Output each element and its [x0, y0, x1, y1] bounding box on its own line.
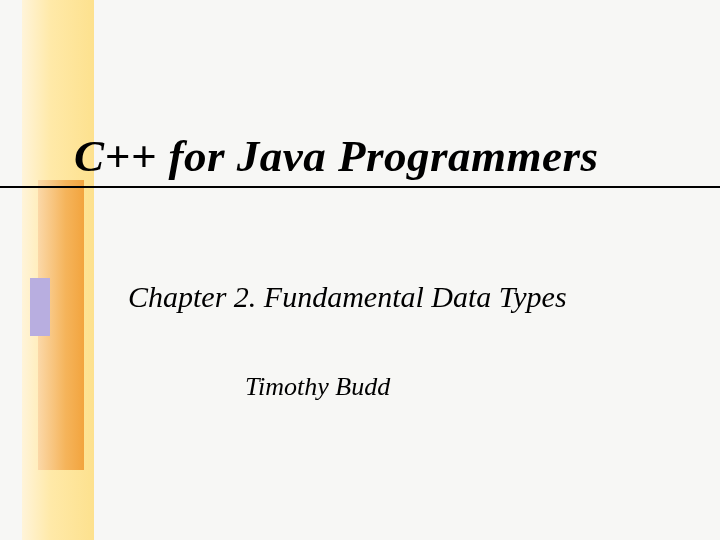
decorative-bar-purple — [30, 278, 50, 336]
slide-author: Timothy Budd — [245, 372, 390, 402]
slide-title: C++ for Java Programmers — [74, 130, 599, 182]
title-underline — [0, 186, 720, 188]
slide-subtitle: Chapter 2. Fundamental Data Types — [128, 280, 567, 314]
